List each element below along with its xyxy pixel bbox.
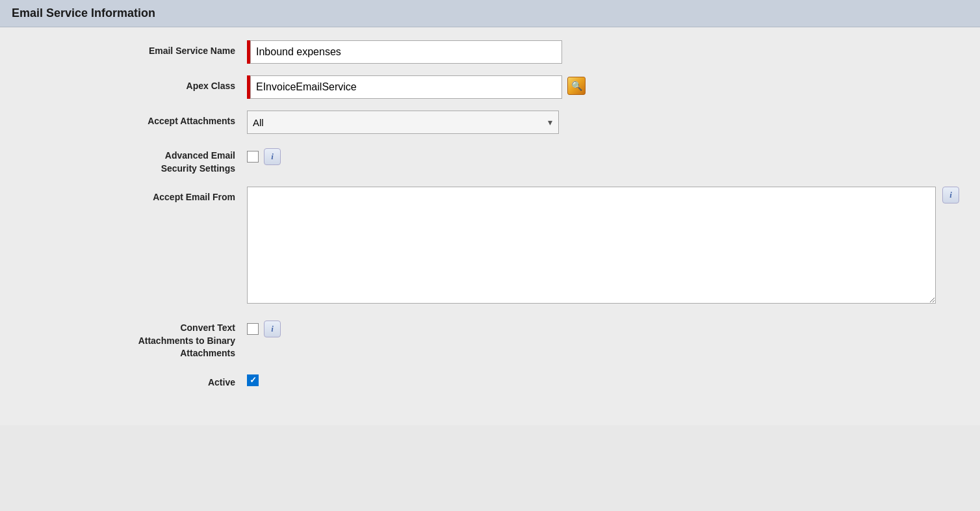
lookup-icon bbox=[567, 77, 586, 95]
advanced-email-security-info-button[interactable]: i bbox=[264, 148, 281, 165]
active-checkbox[interactable] bbox=[247, 374, 259, 386]
form-body: Email Service Name Apex Class bbox=[0, 27, 980, 425]
accept-email-from-label: Accept Email From bbox=[26, 187, 247, 202]
accept-email-from-row: Accept Email From i bbox=[26, 187, 954, 306]
accept-attachments-control: All None Text only Binary only bbox=[247, 111, 954, 134]
accept-attachments-select-wrapper: All None Text only Binary only bbox=[247, 111, 559, 134]
convert-text-attachments-label: Convert TextAttachments to BinaryAttachm… bbox=[26, 318, 247, 360]
section-header: Email Service Information bbox=[0, 0, 980, 27]
accept-email-from-textarea-wrapper: i bbox=[247, 187, 936, 306]
email-service-name-input-wrapper bbox=[247, 40, 562, 64]
apex-class-label: Apex Class bbox=[26, 75, 247, 91]
convert-text-attachments-row: Convert TextAttachments to BinaryAttachm… bbox=[26, 318, 954, 360]
accept-email-from-info-wrapper: i bbox=[942, 187, 959, 203]
convert-text-attachments-checkbox-wrapper: i bbox=[247, 318, 281, 337]
section-header-title: Email Service Information bbox=[12, 7, 155, 20]
active-row: Active bbox=[26, 372, 954, 387]
page-container: Email Service Information Email Service … bbox=[0, 0, 980, 511]
advanced-email-security-checkbox[interactable] bbox=[247, 151, 259, 163]
active-checkbox-wrapper bbox=[247, 372, 259, 386]
accept-attachments-row: Accept Attachments All None Text only Bi… bbox=[26, 111, 954, 134]
accept-email-from-control: i bbox=[247, 187, 954, 306]
accept-email-from-info-button[interactable]: i bbox=[942, 187, 959, 203]
convert-text-attachments-control: i bbox=[247, 318, 954, 337]
apex-class-lookup-button[interactable] bbox=[566, 75, 587, 96]
accept-attachments-select[interactable]: All None Text only Binary only bbox=[247, 111, 559, 134]
apex-class-input-wrapper bbox=[247, 75, 562, 99]
apex-class-input[interactable] bbox=[250, 75, 562, 99]
advanced-email-security-control: i bbox=[247, 146, 954, 165]
active-control bbox=[247, 372, 954, 386]
convert-text-attachments-info-button[interactable]: i bbox=[264, 321, 281, 337]
email-service-name-row: Email Service Name bbox=[26, 40, 954, 64]
advanced-email-security-label: Advanced EmailSecurity Settings bbox=[26, 146, 247, 175]
accept-email-from-textarea[interactable] bbox=[247, 187, 936, 304]
email-service-name-control bbox=[247, 40, 954, 64]
apex-class-row: Apex Class bbox=[26, 75, 954, 99]
active-label: Active bbox=[26, 372, 247, 387]
email-service-name-label: Email Service Name bbox=[26, 40, 247, 56]
convert-text-attachments-checkbox[interactable] bbox=[247, 323, 259, 335]
email-service-name-input[interactable] bbox=[250, 40, 562, 64]
accept-attachments-label: Accept Attachments bbox=[26, 111, 247, 126]
advanced-email-security-checkbox-wrapper: i bbox=[247, 146, 281, 165]
apex-class-control bbox=[247, 75, 954, 99]
advanced-email-security-row: Advanced EmailSecurity Settings i bbox=[26, 146, 954, 175]
